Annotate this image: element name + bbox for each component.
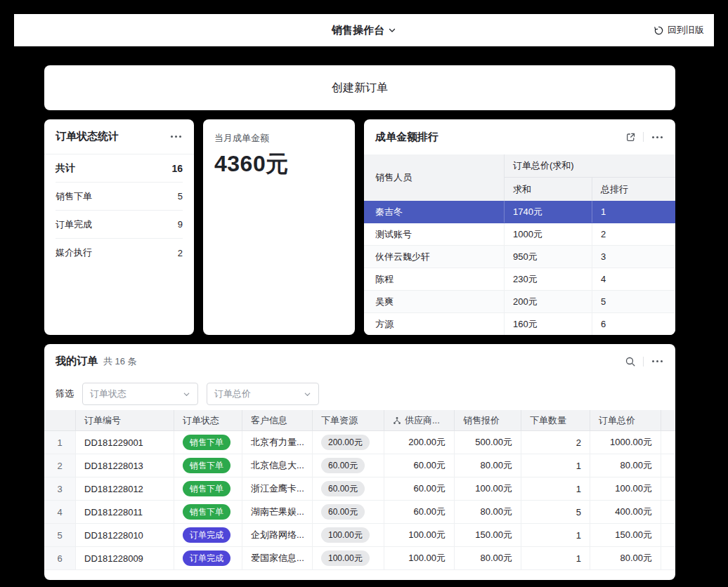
total-cell: 400.00元 <box>590 501 661 523</box>
quote-cell: 80.00元 <box>455 547 521 569</box>
more-icon[interactable] <box>651 357 664 365</box>
sum-value: 230元 <box>505 268 592 290</box>
order-row[interactable]: 2 DD181228013 销售下单 北京信息大... 60.00元 60.00… <box>44 454 675 477</box>
resource-cell: 60.00元 <box>313 477 384 500</box>
spacer-cell <box>661 547 675 569</box>
order-no-cell: DD181228010 <box>76 524 174 546</box>
status-badge: 订单完成 <box>183 527 230 543</box>
ranking-row[interactable]: 秦吉冬 1740元 1 <box>364 201 675 223</box>
status-row[interactable]: 订单完成 9 <box>56 211 183 239</box>
supplier-cell: 60.00元 <box>384 501 455 523</box>
quote-cell: 100.00元 <box>455 477 521 500</box>
status-card-header: 订单状态统计 <box>44 119 194 154</box>
resource-cell: 100.00元 <box>313 524 384 546</box>
more-icon[interactable] <box>169 133 183 140</box>
ranking-row[interactable]: 吴爽 200元 5 <box>364 291 675 313</box>
total-cell: 1000.00元 <box>590 431 661 454</box>
spacer-cell <box>661 501 675 523</box>
status-card-title: 订单状态统计 <box>56 130 119 143</box>
order-row[interactable]: 1 DD181229001 销售下单 北京有力量... 200.00元 200.… <box>44 431 675 454</box>
create-order-label: 创建新订单 <box>332 81 388 95</box>
spacer-cell <box>661 477 675 500</box>
total-cell: 80.00元 <box>590 454 661 477</box>
order-status-stats-card: 订单状态统计 共计 16 销售下单 5 订单完成 9 媒介执行 2 <box>44 119 194 335</box>
col-order-no: 订单编号 <box>76 410 174 430</box>
status-cell: 销售下单 <box>174 477 242 500</box>
supplier-cell: 60.00元 <box>384 454 455 477</box>
status-badge: 销售下单 <box>183 481 230 496</box>
resource-badge: 60.00元 <box>321 504 365 520</box>
salesperson-name: 秦吉冬 <box>364 201 505 223</box>
salesperson-name: 陈程 <box>364 268 505 290</box>
order-row[interactable]: 6 DD181228009 订单完成 爱国家信息... 100.00元 100.… <box>44 547 675 570</box>
order-no-cell: DD181228013 <box>76 454 174 477</box>
qty-cell: 5 <box>521 501 590 523</box>
spacer-cell <box>661 524 675 546</box>
resource-cell: 200.00元 <box>313 431 384 454</box>
status-row[interactable]: 媒介执行 2 <box>56 239 183 267</box>
sum-value: 1740元 <box>505 201 592 223</box>
resource-badge: 100.00元 <box>321 550 370 566</box>
order-total-filter-select[interactable]: 订单总价 <box>207 383 319 405</box>
row-number: 2 <box>44 454 76 477</box>
order-status-filter-select[interactable]: 订单状态 <box>82 383 198 405</box>
rank-value: 6 <box>592 313 675 335</box>
status-label: 媒介执行 <box>56 246 92 259</box>
ranking-card-title: 成单金额排行 <box>375 131 438 144</box>
quote-cell: 80.00元 <box>455 501 521 523</box>
page-title: 销售操作台 <box>332 24 384 37</box>
ranking-table-header: 销售人员 订单总价(求和) 求和 总排行 <box>364 154 675 201</box>
row-number: 3 <box>44 477 76 500</box>
total-cell: 150.00元 <box>590 524 661 546</box>
chevron-down-icon <box>304 390 311 398</box>
status-row[interactable]: 销售下单 5 <box>56 183 183 211</box>
quote-cell: 150.00元 <box>455 524 521 546</box>
status-cell: 订单完成 <box>174 547 242 569</box>
create-order-card[interactable]: 创建新订单 <box>44 65 675 110</box>
ranking-row[interactable]: 陈程 230元 4 <box>364 268 675 291</box>
chevron-down-icon <box>388 26 396 34</box>
order-row[interactable]: 5 DD181228010 订单完成 企划路网络... 100.00元 100.… <box>44 524 675 547</box>
search-icon[interactable] <box>625 356 636 367</box>
status-cell: 订单完成 <box>174 524 242 546</box>
resource-cell: 100.00元 <box>313 547 384 569</box>
total-cell: 100.00元 <box>590 477 661 500</box>
customer-cell: 湖南芒果娱... <box>242 501 313 523</box>
status-cell: 销售下单 <box>174 501 242 523</box>
status-badge: 销售下单 <box>183 435 230 450</box>
quote-cell: 500.00元 <box>455 431 521 454</box>
status-label: 共计 <box>56 162 75 175</box>
qty-cell: 1 <box>521 524 590 546</box>
row-number: 5 <box>44 524 76 546</box>
back-to-old-version-button[interactable]: 回到旧版 <box>654 14 704 46</box>
order-no-cell: DD181228011 <box>76 501 174 523</box>
order-row[interactable]: 4 DD181228011 销售下单 湖南芒果娱... 60.00元 60.00… <box>44 501 675 524</box>
status-cell: 销售下单 <box>174 431 242 454</box>
order-row[interactable]: 3 DD181228012 销售下单 浙江金鹰卡... 60.00元 60.00… <box>44 477 675 501</box>
ranking-row[interactable]: 测试账号 1000元 2 <box>364 223 675 246</box>
customer-cell: 北京有力量... <box>242 431 313 454</box>
rank-value: 5 <box>592 291 675 312</box>
status-value: 2 <box>178 248 183 258</box>
my-orders-card: 我的订单 共 16 条 筛选 订单状态 订单总价 <box>44 344 675 580</box>
customer-cell: 北京信息大... <box>242 454 313 477</box>
ranking-row[interactable]: 方源 160元 6 <box>364 313 675 335</box>
open-in-new-icon[interactable] <box>625 132 636 143</box>
status-value: 5 <box>178 191 183 202</box>
col-qty: 下单数量 <box>521 410 590 430</box>
spacer-cell <box>661 454 675 477</box>
status-list: 共计 16 销售下单 5 订单完成 9 媒介执行 2 <box>44 154 194 267</box>
orders-table-header: 订单编号 订单状态 客户信息 下单资源 供应商... 销售报价 下单数量 订单总… <box>44 410 675 431</box>
ranking-row[interactable]: 伙伴云魏少轩 950元 3 <box>364 246 675 268</box>
rank-value: 3 <box>592 246 675 268</box>
app-title-dropdown[interactable]: 销售操作台 <box>332 24 396 37</box>
col-supplier-label: 供应商... <box>405 414 440 427</box>
more-icon[interactable] <box>651 133 664 141</box>
status-badge: 订单完成 <box>183 550 230 566</box>
amount-ranking-card: 成单金额排行 销售人员 订单总价(求和) 求和 总排行 <box>364 119 675 335</box>
col-sum: 求和 <box>505 178 592 201</box>
row-number: 1 <box>44 431 76 454</box>
status-row-total[interactable]: 共计 16 <box>56 154 183 183</box>
rank-value: 1 <box>592 201 675 223</box>
customer-cell: 浙江金鹰卡... <box>242 477 313 500</box>
